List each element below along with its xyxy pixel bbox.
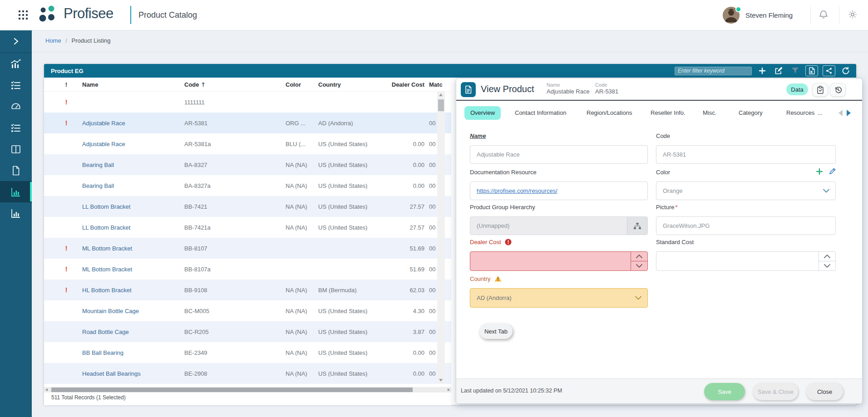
table-row[interactable]: Road Bottle Cage BC-R205 NA (NA) US (Uni… — [44, 321, 451, 342]
row-name-link[interactable]: Road Bottle Cage — [82, 329, 182, 335]
row-name-link[interactable]: Bearing Ball — [82, 162, 182, 168]
sidebar-item-task-list-2[interactable] — [0, 117, 32, 138]
row-name-link[interactable]: Mountain Bottle Cage — [82, 308, 182, 314]
tabs-scroll-left-icon[interactable] — [838, 110, 843, 116]
tab-region-locations[interactable]: Region/Locations — [587, 106, 632, 120]
standard-cost-input[interactable] — [656, 251, 836, 271]
row-name-link[interactable]: HL Bottom Bracket — [82, 287, 182, 294]
vertical-scrollbar[interactable] — [437, 91, 445, 384]
scroll-right-icon[interactable] — [448, 388, 450, 391]
row-name-link[interactable]: LL Bottom Bracket — [82, 224, 182, 231]
horizontal-scroll-thumb[interactable] — [51, 388, 413, 392]
row-name-link[interactable]: ML Bottom Bracket — [82, 245, 182, 252]
scroll-up-icon[interactable] — [439, 93, 443, 96]
sidebar-item-gauge[interactable] — [0, 96, 32, 117]
bell-icon[interactable] — [818, 9, 829, 20]
table-row[interactable]: ! 1111111 — [44, 92, 451, 113]
column-header-alert[interactable]: ! — [59, 81, 73, 88]
excel-export-icon[interactable] — [805, 65, 818, 76]
table-row[interactable]: Bearing Ball BA-8327 NA (NA) US (United … — [44, 154, 451, 175]
tab-misc[interactable]: Misc. — [703, 106, 716, 120]
row-dealer-cost: 4.30 — [362, 308, 424, 314]
table-row[interactable]: LL Bottom Bracket BB-7421 NA (NA) US (Un… — [44, 196, 451, 217]
table-row[interactable]: ! ML Bottom Bracket BB-8107 51.69 00 — [44, 238, 451, 259]
name-input[interactable] — [477, 151, 641, 158]
dealer-cost-input[interactable] — [470, 251, 648, 271]
sidebar-item-analytics[interactable] — [0, 53, 32, 74]
doc-resource-link[interactable]: https://profisee.com/resources/ — [477, 187, 557, 194]
row-name-link[interactable]: ML Bottom Bracket — [82, 266, 182, 273]
meta-name: Name Adjustable Race — [547, 82, 590, 95]
data-toggle-button[interactable]: Data — [786, 83, 808, 95]
table-row[interactable]: BB Ball Bearing BE-2349 NA (NA) US (Unit… — [44, 342, 451, 363]
table-row[interactable]: ! ML Bottom Bracket BB-8107a 51.69 00 — [44, 259, 451, 280]
column-header-code[interactable]: Code ↑ — [184, 81, 266, 88]
tab-overflow[interactable]: ... — [818, 106, 823, 120]
row-name-link[interactable]: Adjustable Race — [82, 120, 182, 127]
tab-reseller-info[interactable]: Reseller Info. — [651, 106, 686, 120]
tab-contact-information[interactable]: Contact Information — [515, 106, 566, 120]
table-row[interactable]: ! Adjustable Race AR-5381 ORG ... AD (An… — [44, 113, 451, 133]
row-name-link[interactable]: Adjustable Race — [82, 141, 182, 147]
color-dropdown[interactable]: Orange — [656, 182, 836, 200]
close-button[interactable]: Close — [806, 383, 843, 400]
sidebar-item-bar-chart[interactable] — [0, 181, 32, 202]
dealer-cost-step-down[interactable] — [631, 261, 647, 270]
edit-color-icon[interactable] — [829, 168, 836, 176]
table-row[interactable]: ! HL Bottom Bracket BB-9108 NA (NA) BM (… — [44, 280, 451, 300]
column-header-dealer-cost[interactable]: Dealer Cost — [362, 81, 424, 88]
row-name-link[interactable]: Bearing Ball — [82, 182, 182, 189]
row-name-link[interactable]: BB Ball Bearing — [82, 349, 182, 356]
horizontal-scrollbar[interactable] — [44, 387, 451, 392]
column-header-name[interactable]: Name — [82, 81, 182, 88]
code-input[interactable] — [663, 151, 829, 158]
dealer-cost-step-up[interactable] — [631, 252, 647, 261]
add-color-icon[interactable] — [816, 168, 823, 176]
chevron-down-icon[interactable] — [635, 294, 642, 301]
filter-keyword-input[interactable] — [675, 67, 752, 75]
table-row[interactable]: Headset Ball Bearings BE-2908 NA (NA) US… — [44, 363, 451, 384]
gear-icon[interactable] — [847, 9, 858, 20]
row-name-link[interactable]: LL Bottom Bracket — [82, 203, 182, 210]
table-row[interactable]: LL Bottom Bracket BB-7421a NA (NA) US (U… — [44, 217, 451, 238]
save-button[interactable]: Save — [704, 383, 745, 400]
column-header-match[interactable]: Matc — [429, 81, 449, 88]
standard-cost-step-up[interactable] — [819, 252, 835, 261]
picture-input[interactable] — [663, 222, 829, 229]
chevron-down-icon[interactable] — [823, 187, 830, 194]
history-icon[interactable] — [830, 83, 846, 97]
sidebar-item-columns[interactable] — [0, 138, 32, 160]
pgh-input[interactable]: (Unmapped) — [470, 216, 648, 235]
breadcrumb-home-link[interactable]: Home — [45, 37, 61, 44]
table-row[interactable]: Mountain Bottle Cage BC-M005 NA (NA) US … — [44, 300, 451, 321]
save-close-button[interactable]: Save & Close — [753, 383, 798, 400]
add-record-icon[interactable] — [756, 66, 768, 76]
sidebar-expand-icon[interactable] — [0, 30, 32, 53]
country-dropdown[interactable]: AD (Andorra) — [470, 288, 648, 308]
hierarchy-picker-button[interactable] — [627, 217, 647, 235]
table-row[interactable]: Adjustable Race AR-5381a BLU (... US (Un… — [44, 133, 451, 154]
user-name[interactable]: Steven Fleming — [745, 11, 793, 19]
tab-resources[interactable]: Resources — [786, 106, 814, 120]
row-name-link[interactable]: Headset Ball Bearings — [82, 370, 182, 377]
tabs-scroll-right-icon[interactable] — [847, 110, 851, 116]
refresh-icon[interactable] — [840, 66, 852, 76]
app-launcher-icon[interactable] — [18, 10, 28, 20]
table-row[interactable]: Bearing Ball BA-8327a NA (NA) US (United… — [44, 175, 451, 196]
column-header-color[interactable]: Color — [286, 81, 316, 88]
standard-cost-step-down[interactable] — [819, 261, 835, 270]
next-tab-button[interactable]: Next Tab — [479, 324, 513, 339]
filter-icon[interactable] — [789, 66, 801, 76]
tab-category[interactable]: Category — [739, 106, 763, 120]
sidebar-item-task-list[interactable] — [0, 74, 32, 96]
user-menu[interactable]: Steven Fleming — [723, 6, 793, 24]
sidebar-item-bar-chart-2[interactable] — [0, 202, 32, 224]
edit-record-icon[interactable] — [773, 66, 784, 76]
sidebar-item-document[interactable] — [0, 160, 32, 181]
scroll-left-icon[interactable] — [45, 388, 48, 391]
vertical-scroll-thumb[interactable] — [438, 99, 444, 111]
tab-overview[interactable]: Overview — [464, 106, 501, 120]
scroll-down-icon[interactable] — [439, 379, 443, 382]
clipboard-check-icon[interactable] — [812, 83, 828, 97]
share-nodes-icon[interactable] — [823, 65, 835, 76]
